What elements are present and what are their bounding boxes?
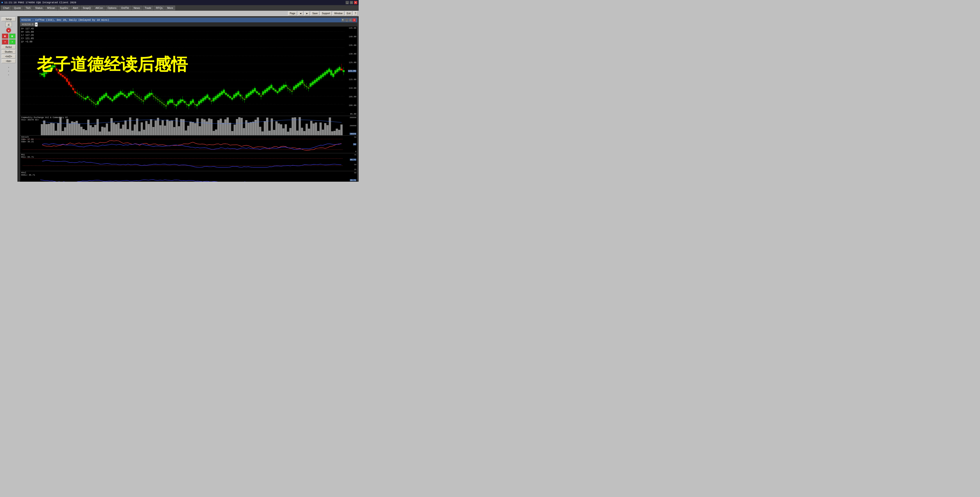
help-button[interactable]: ? [353, 11, 358, 16]
svg-rect-436 [340, 124, 342, 135]
svg-rect-395 [245, 120, 247, 135]
menu-ts[interactable]: T&S [24, 6, 33, 10]
maximize-button[interactable]: □ [350, 1, 353, 4]
svg-rect-316 [62, 131, 64, 135]
chart-search-button[interactable]: 🔍 [341, 18, 345, 22]
svg-rect-361 [166, 119, 169, 135]
volume-svg [20, 116, 345, 135]
svg-rect-397 [250, 122, 252, 135]
close-button[interactable]: ✕ [354, 1, 357, 4]
svg-rect-351 [143, 130, 145, 135]
menu-allcon[interactable]: AllCon [93, 6, 105, 10]
chart-tab-symbol[interactable]: KCEZ20.D [21, 22, 35, 26]
intd-button[interactable]: <IntD> [2, 54, 16, 59]
tab-add-button[interactable]: + [35, 22, 38, 27]
chart-max-button[interactable]: □ [349, 18, 352, 22]
support-button[interactable]: Support [320, 11, 332, 16]
menu-trade[interactable]: Trade [143, 6, 153, 10]
svg-rect-409 [278, 123, 280, 135]
title-id: 174856 [25, 1, 35, 4]
svg-rect-387 [227, 117, 229, 135]
studies-button[interactable]: Studies [2, 50, 16, 54]
svg-rect-313 [55, 131, 57, 135]
price-svg [20, 27, 345, 116]
svg-rect-391 [236, 119, 238, 135]
svg-rect-384 [220, 119, 222, 135]
rsi-svg [20, 153, 345, 171]
svg-rect-370 [187, 126, 189, 135]
menu-quote[interactable]: Quote [12, 6, 23, 10]
menu-chart[interactable]: Chart [1, 6, 11, 10]
chart-window: KCEZ20 - Coffee (ICE), Dec 20, Daily (De… [20, 18, 358, 180]
svg-rect-403 [264, 121, 266, 135]
menu-status[interactable]: Status [33, 6, 45, 10]
scroll-dot: • [8, 66, 10, 69]
svg-rect-327 [88, 120, 89, 135]
rsi-scale: 75 65.71 50 25 [350, 153, 356, 171]
svg-rect-352 [145, 121, 148, 135]
svg-rect-346 [131, 131, 134, 135]
sstoch-scale: 50 31 0 [353, 135, 356, 153]
chart-min-button[interactable]: _ [345, 18, 348, 22]
exit-button[interactable]: Exit [345, 11, 352, 16]
scroll-dot: • [8, 73, 10, 76]
grid-btn-4[interactable]: ✕ [9, 39, 16, 45]
svg-rect-424 [313, 123, 315, 135]
rescl-button[interactable]: ReScl [2, 45, 16, 49]
svg-rect-343 [124, 120, 126, 135]
svg-rect-400 [257, 117, 259, 135]
svg-rect-379 [208, 118, 210, 135]
menu-options[interactable]: Options [105, 6, 119, 10]
chart-close-button[interactable]: ✕ [353, 18, 356, 22]
svg-rect-356 [154, 120, 157, 135]
menu-bar: Chart Quote T&S Status MScan SupSrv Aler… [0, 5, 359, 11]
svg-rect-337 [110, 118, 113, 135]
svg-rect-330 [94, 125, 96, 135]
svg-rect-408 [275, 121, 277, 135]
title-account: P002 [18, 1, 24, 4]
svg-rect-319 [69, 123, 71, 135]
svg-rect-380 [210, 119, 212, 135]
menu-more[interactable]: More [165, 6, 175, 10]
setup-button[interactable]: Setup [2, 17, 16, 21]
print-button[interactable]: 🖨 [5, 22, 12, 27]
next-button[interactable]: ► [304, 11, 310, 16]
svg-rect-340 [118, 123, 119, 135]
grid-btn-1[interactable]: ▦ [2, 33, 8, 39]
svg-rect-420 [303, 131, 305, 135]
svg-rect-369 [185, 131, 187, 135]
svg-rect-371 [189, 121, 191, 135]
menu-alert[interactable]: Alert [71, 6, 80, 10]
svg-rect-412 [285, 124, 287, 135]
svg-rect-421 [305, 124, 308, 135]
svg-rect-320 [71, 121, 73, 135]
svg-rect-425 [315, 123, 317, 135]
svg-rect-429 [324, 123, 326, 135]
svg-rect-422 [308, 129, 310, 135]
svg-rect-426 [317, 131, 319, 135]
svg-rect-392 [238, 117, 240, 135]
svg-rect-407 [273, 130, 275, 135]
menu-ordtkt[interactable]: OrdTkt [119, 6, 131, 10]
menu-snapq[interactable]: SnapQ [81, 6, 93, 10]
grid-btn-3[interactable]: ✕ [2, 39, 8, 45]
svg-rect-335 [106, 123, 108, 135]
svg-rect-388 [229, 123, 231, 135]
svg-rect-350 [141, 122, 143, 135]
window-button[interactable]: Window [332, 11, 344, 16]
red-circle-button[interactable]: ● [6, 28, 11, 33]
prev-button[interactable]: ◄ [298, 11, 304, 16]
chart-container[interactable]: KCEZ20 - Coffee (ICE), Dec 20, Daily (De… [18, 16, 359, 182]
menu-mscan[interactable]: MScan [45, 6, 57, 10]
title-text: 11:21:16 [5, 1, 17, 4]
svg-rect-376 [201, 119, 203, 135]
list-button[interactable]: <list> [2, 59, 16, 63]
menu-rfqs[interactable]: RFQs [154, 6, 165, 10]
save-button[interactable]: Save [311, 11, 319, 16]
menu-news[interactable]: News [132, 6, 142, 10]
minimize-button[interactable]: _ [345, 1, 349, 4]
svg-rect-324 [80, 127, 83, 135]
page-button[interactable]: Page [288, 11, 297, 16]
grid-btn-2[interactable]: ▦ [9, 33, 16, 39]
menu-supsrv[interactable]: SupSrv [58, 6, 70, 10]
